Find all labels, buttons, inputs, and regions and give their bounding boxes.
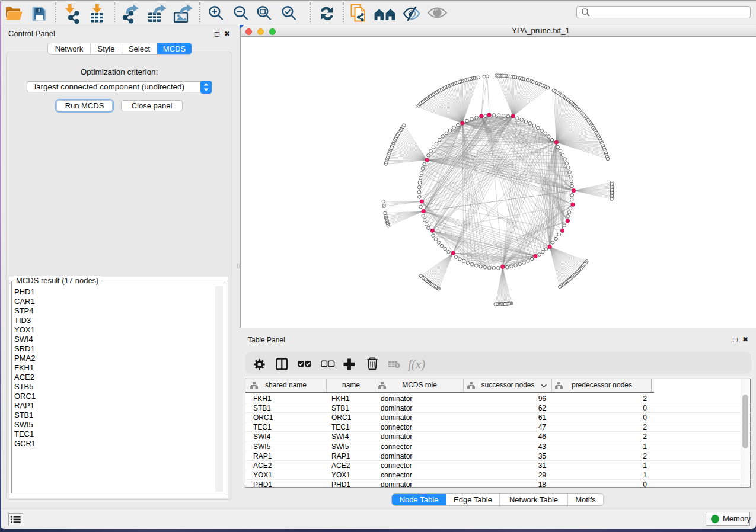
svg-text:f(x): f(x)	[408, 357, 425, 371]
